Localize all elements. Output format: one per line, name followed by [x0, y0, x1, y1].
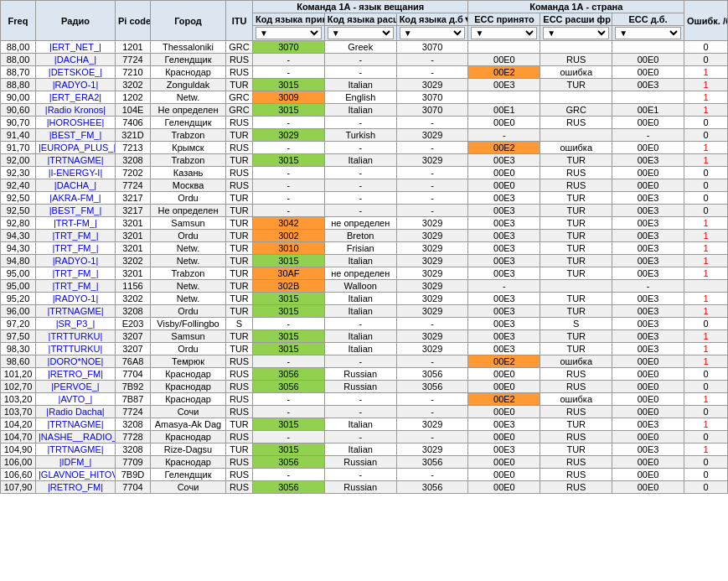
radio-link[interactable]: |TRT-FM_|: [54, 218, 97, 228]
table-cell: 103,70: [1, 406, 36, 418]
filter-ecc-db[interactable]: ▼: [612, 26, 684, 41]
table-cell: -: [324, 355, 396, 368]
radio-link[interactable]: |TRT_FM_|: [52, 268, 98, 278]
filter-code-recv[interactable]: ▼: [253, 26, 325, 41]
table-cell: 00E0: [612, 456, 684, 469]
table-cell: 00E3: [612, 230, 684, 242]
table-cell: Samsun: [151, 330, 226, 343]
table-cell: |TRT-FM_|: [36, 217, 116, 230]
radio-link[interactable]: |HOROSHEE|: [47, 117, 105, 127]
radio-link[interactable]: |RADYO-1|: [53, 293, 99, 303]
table-cell: 0: [684, 179, 728, 192]
table-cell: 7406: [116, 117, 151, 129]
table-cell: -: [612, 280, 684, 293]
table-cell: [540, 280, 612, 293]
table-cell: 302B: [253, 280, 325, 293]
radio-link[interactable]: |DACHA_|: [54, 180, 96, 190]
radio-link[interactable]: |DACHA_|: [54, 54, 96, 65]
radio-link[interactable]: |TRT_FM_|: [52, 231, 98, 241]
radio-link[interactable]: |PERVOE_|: [51, 381, 99, 392]
radio-link[interactable]: |AKRA-FM_|: [49, 193, 101, 203]
table-cell: 1: [684, 242, 728, 255]
table-cell: |NASHE__RADIO_|: [36, 431, 116, 444]
radio-link[interactable]: |RETRO_FM|: [48, 482, 103, 492]
table-cell: 1: [684, 293, 728, 305]
table-cell: -: [324, 179, 396, 192]
table-cell: 00E3: [612, 255, 684, 267]
table-cell: Краснодар: [151, 431, 226, 444]
table-cell: 3029: [396, 79, 468, 91]
table-row: 104,90|TRTNAGME|3208Rize-DagsuTUR3015Ita…: [1, 444, 728, 456]
table-cell: 3029: [396, 418, 468, 431]
radio-link[interactable]: |AVTO_|: [59, 394, 93, 404]
radio-link[interactable]: |GLAVNOE_HITOVOE_|: [39, 469, 116, 480]
table-cell: RUS: [226, 66, 253, 79]
radio-link[interactable]: |DETSKOE_|: [49, 67, 102, 77]
radio-link[interactable]: |I-ENERGY-I|: [49, 168, 103, 178]
table-cell: Ordu: [151, 230, 226, 242]
table-cell: 00E3: [612, 305, 684, 318]
table-cell: 3202: [116, 79, 151, 91]
filter-code-ext[interactable]: ▼: [324, 26, 396, 41]
table-cell: 00E2: [468, 142, 540, 154]
code-recv-header: Код языка приня▼: [253, 13, 325, 26]
radio-link[interactable]: |TRT_FM_|: [52, 281, 98, 291]
table-cell: 00E0: [612, 481, 684, 494]
radio-link[interactable]: |RADYO-1|: [53, 80, 99, 90]
radio-link[interactable]: |IDFM_|: [59, 457, 92, 467]
table-cell: RUS: [226, 142, 253, 154]
table-cell: 00E3: [612, 79, 684, 91]
radio-link[interactable]: |TRTNAGME|: [47, 306, 103, 316]
table-cell: Thessaloniki: [151, 41, 226, 54]
radio-link[interactable]: |RADYO-1|: [53, 256, 99, 266]
table-cell: 00E0: [468, 179, 540, 192]
radio-link[interactable]: |TRTNAGME|: [47, 444, 103, 454]
table-row: 98,30|TRTTURKU|3207OrduTUR3015Italian302…: [1, 343, 728, 355]
table-cell: 00E3: [468, 444, 540, 456]
radio-link[interactable]: |BEST_FM_|: [49, 130, 102, 140]
table-cell: RUS: [226, 167, 253, 179]
table-cell: RUS: [540, 469, 612, 481]
radio-link[interactable]: |TRT_FM_|: [52, 243, 98, 253]
table-cell: Краснодар: [151, 381, 226, 393]
table-cell: TUR: [540, 305, 612, 318]
table-cell: TUR: [226, 217, 253, 230]
filter-code-db[interactable]: ▼: [396, 26, 468, 41]
radio-link[interactable]: |TRTTURKU|: [49, 344, 103, 354]
table-cell: 104,90: [1, 444, 36, 456]
table-cell: 92,40: [1, 179, 36, 192]
table-cell: |TRTNAGME|: [36, 305, 116, 318]
itu-header: ITU: [226, 1, 253, 41]
table-cell: Italian: [324, 418, 396, 431]
radio-link[interactable]: |ERT_NET_|: [49, 42, 101, 52]
radio-link[interactable]: |ERT_ERA2|: [49, 92, 101, 102]
table-cell: 1: [684, 79, 728, 91]
radio-link[interactable]: |TRTTURKU|: [49, 331, 103, 341]
table-cell: Italian: [324, 255, 396, 267]
filter-ecc-ext[interactable]: ▼: [540, 26, 612, 41]
radio-link[interactable]: |RETRO_FM|: [48, 369, 103, 379]
radio-link[interactable]: |SR_P3_|: [56, 319, 96, 329]
radio-link[interactable]: |TRTNAGME|: [47, 419, 103, 429]
radio-link[interactable]: |TRTNAGME|: [47, 155, 103, 165]
table-cell: S: [226, 318, 253, 330]
table-cell: 94,30: [1, 230, 36, 242]
radio-link[interactable]: |Radio Dacha|: [46, 407, 104, 417]
table-cell: -: [324, 205, 396, 217]
table-cell: 3015: [253, 330, 325, 343]
filter-ecc-recv[interactable]: ▼: [468, 26, 540, 41]
table-cell: 00E2: [468, 393, 540, 406]
radio-link[interactable]: |BEST_FM_|: [49, 205, 102, 215]
table-cell: 00E0: [468, 406, 540, 418]
table-cell: Не определен: [151, 205, 226, 217]
table-cell: 00E0: [612, 355, 684, 368]
table-cell: Samsun: [151, 217, 226, 230]
radio-link[interactable]: |Radio Kronos|: [45, 105, 106, 115]
table-cell: -: [253, 205, 325, 217]
radio-link[interactable]: |EUROPA_PLUS_|: [39, 143, 116, 153]
table-row: 91,40|BEST_FM_|321DTrabzonTUR3029Turkish…: [1, 129, 728, 142]
table-cell: 88,70: [1, 66, 36, 79]
table-cell: 3056: [253, 381, 325, 393]
radio-link[interactable]: |NASHE__RADIO_|: [39, 432, 116, 442]
radio-link[interactable]: |DORO*NOE|: [48, 356, 104, 366]
